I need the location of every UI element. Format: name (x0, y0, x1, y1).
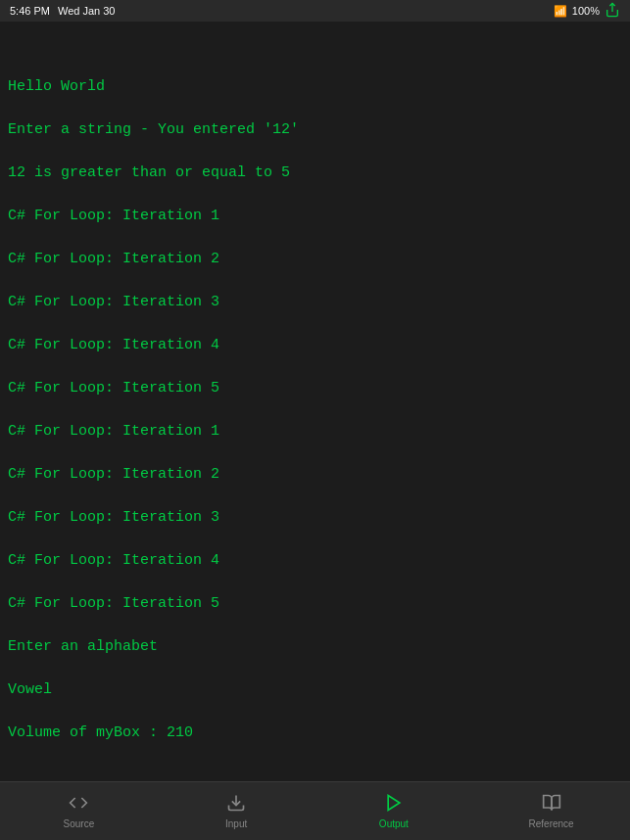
tab-input[interactable]: Input (158, 793, 315, 829)
terminal-line: Volume of myBox : 210 (8, 723, 622, 744)
terminal-line: Vowel (8, 679, 622, 701)
terminal-line: C# For Loop: Iteration 2 (8, 464, 622, 486)
terminal-line: Hello World (8, 76, 622, 98)
battery-status: 100% (572, 5, 600, 17)
tab-reference[interactable]: Reference (472, 793, 630, 829)
tab-reference-label: Reference (529, 818, 574, 829)
status-right: 📶 100% (554, 2, 620, 21)
tab-input-label: Input (225, 818, 247, 829)
status-date: Wed Jan 30 (58, 5, 116, 17)
terminal-output-area: Hello World Enter a string - You entered… (0, 22, 630, 781)
svg-marker-2 (388, 796, 400, 811)
terminal-line: C# For Loop: Iteration 1 (8, 206, 622, 227)
tab-bar: Source Input Output Reference (0, 781, 630, 840)
status-time: 5:46 PM (10, 5, 50, 17)
tab-output-label: Output (379, 818, 409, 829)
status-bar: 5:46 PM Wed Jan 30 📶 100% (0, 0, 630, 22)
terminal-line: 12 is greater than or equal to 5 (8, 163, 622, 184)
terminal-line: Enter a string - You entered '12' (8, 119, 622, 141)
terminal-line: C# For Loop: Iteration 3 (8, 292, 622, 313)
output-icon (384, 793, 404, 816)
terminal-line: C# For Loop: Iteration 5 (8, 378, 622, 399)
wifi-icon: 📶 (554, 5, 567, 18)
terminal-output: Hello World Enter a string - You entered… (8, 33, 622, 766)
status-left: 5:46 PM Wed Jan 30 (10, 5, 115, 17)
terminal-line: C# For Loop: Iteration 1 (8, 421, 622, 443)
input-icon (226, 793, 246, 816)
source-icon (69, 793, 88, 816)
tab-source[interactable]: Source (0, 793, 158, 829)
share-button[interactable] (605, 2, 620, 21)
terminal-line: C# For Loop: Iteration 4 (8, 335, 622, 356)
terminal-line: C# For Loop: Iteration 4 (8, 550, 622, 572)
terminal-line: C# For Loop: Iteration 5 (8, 593, 622, 615)
terminal-line: C# For Loop: Iteration 3 (8, 507, 622, 529)
tab-output[interactable]: Output (315, 793, 473, 829)
terminal-line: Enter an alphabet (8, 636, 622, 658)
terminal-line: C# For Loop: Iteration 2 (8, 249, 622, 270)
tab-source-label: Source (64, 818, 95, 829)
reference-icon (542, 793, 561, 816)
